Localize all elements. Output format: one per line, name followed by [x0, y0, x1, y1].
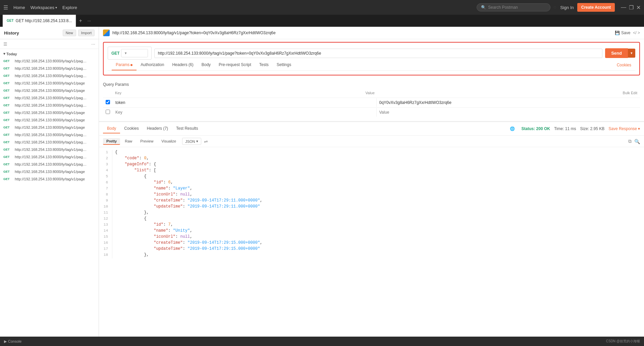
nav-explore[interactable]: Explore [62, 5, 77, 10]
res-tab-test-results[interactable]: Test Results [172, 124, 202, 133]
tab-more-button[interactable]: ··· [85, 18, 94, 23]
tab-settings[interactable]: Settings [273, 60, 295, 70]
list-item[interactable]: GEThttp://192.168.254.133:8000/ly/tag/v1… [0, 79, 99, 87]
wrap-icon[interactable]: ⇌ [204, 139, 208, 144]
tab-headers[interactable]: Headers (6) [168, 60, 197, 70]
hamburger-icon[interactable]: ☰ [3, 4, 8, 11]
method-badge: GET [3, 126, 13, 129]
nav-workspaces[interactable]: Workspaces ▾ [31, 5, 57, 10]
tab-authorization[interactable]: Authorization [137, 60, 168, 70]
line-content: { [115, 150, 117, 156]
copy-response-button[interactable]: ⧉ [628, 138, 632, 144]
line-content: { [115, 216, 147, 222]
line-number: 3 [99, 162, 112, 168]
sidebar-item-url: http://192.168.254.133:8000/ly/tag/v1/pa… [15, 103, 89, 107]
table-row: 4 "list": [ [99, 168, 644, 174]
list-item[interactable]: GEThttp://192.168.254.133:8000/ly/tag/v1… [0, 138, 99, 146]
settings-icon[interactable]: ⚙ [553, 5, 557, 10]
sidebar-item-url: http://192.168.254.133:8000/ly/tag/v1/pa… [15, 177, 85, 181]
param-key-empty[interactable] [113, 108, 377, 117]
list-item[interactable]: GEThttp://192.168.254.133:8000/ly/tag/v1… [0, 94, 99, 102]
table-row: 18 }, [99, 252, 644, 258]
list-item[interactable]: GEThttp://192.168.254.133:8000/ly/tag/v1… [0, 168, 99, 175]
list-item[interactable]: GEThttp://192.168.254.133:8000/ly/tag/v1… [0, 65, 99, 72]
sidebar-more-icon[interactable]: ··· [91, 41, 95, 47]
request-tab[interactable]: GET GET http://192.168.254.133:8... [3, 15, 76, 27]
list-item[interactable]: GEThttp://192.168.254.133:8000/ly/tag/v1… [0, 116, 99, 124]
list-item[interactable]: GEThttp://192.168.254.133:8000/ly/tag/v1… [0, 102, 99, 109]
format-tab-visualize[interactable]: Visualize [158, 138, 179, 145]
add-tab-button[interactable]: + [76, 18, 85, 24]
console-button[interactable]: ▶ Console [4, 339, 21, 344]
search-input[interactable] [488, 5, 538, 10]
sidebar-item-url: http://192.168.254.133:8000/ly/tag/v1/pa… [15, 96, 89, 100]
tab-body[interactable]: Body [198, 60, 215, 70]
param-row-token [103, 98, 640, 107]
code-button[interactable]: </ > [633, 31, 640, 35]
response-body-toolbar: Pretty Raw Preview Visualize JSON ▾ ⇌ ⧉ … [99, 136, 644, 147]
list-item[interactable]: GEThttp://192.168.254.133:8000/ly/tag/v1… [0, 146, 99, 153]
sign-in-button[interactable]: Sign In [560, 5, 574, 10]
param-value-empty[interactable] [377, 108, 640, 117]
table-row: 1{ [99, 150, 644, 156]
save-response-chevron-icon: ▾ [638, 126, 640, 131]
line-number: 7 [99, 186, 112, 192]
save-button[interactable]: 💾 Save [615, 31, 630, 35]
tab-tests[interactable]: Tests [255, 60, 273, 70]
method-selector[interactable]: GET ▾ [108, 47, 152, 60]
url-input[interactable] [154, 49, 603, 58]
save-response-button[interactable]: Save Response ▾ [608, 126, 640, 131]
send-button-group: Send ▾ [605, 48, 635, 58]
nav-home[interactable]: Home [13, 5, 25, 10]
list-item[interactable]: GEThttp://192.168.254.133:8000/ly/tag/v1… [0, 153, 99, 161]
params-value-header: Value [363, 90, 613, 96]
search-bar[interactable]: 🔍 [477, 3, 550, 11]
list-item[interactable]: GEThttp://192.168.254.133:8000/ly/tag/v1… [0, 57, 99, 65]
method-badge: GET [3, 104, 13, 107]
search-response-button[interactable]: 🔍 [634, 138, 640, 144]
list-item[interactable]: GEThttp://192.168.254.133:8000/ly/tag/v1… [0, 109, 99, 116]
table-row: 6 "id": 6, [99, 180, 644, 186]
new-button[interactable]: New [63, 30, 76, 36]
create-account-button[interactable]: Create Account [577, 3, 615, 12]
table-row: 16 "createTime": "2019-09-14T17:29:15.00… [99, 240, 644, 246]
param-value-token[interactable] [377, 98, 640, 107]
res-tab-cookies[interactable]: Cookies [120, 124, 143, 133]
list-item[interactable]: GEThttp://192.168.254.133:8000/ly/tag/v1… [0, 161, 99, 168]
table-row: 5 { [99, 174, 644, 180]
line-number: 2 [99, 156, 112, 162]
json-format-selector[interactable]: JSON ▾ [182, 138, 201, 145]
sidebar-item-url: http://192.168.254.133:8000/ly/tag/v1/pa… [15, 59, 89, 63]
bulk-edit-button[interactable]: Bulk Edit [613, 90, 640, 96]
tab-params[interactable]: Params [112, 60, 137, 70]
format-tab-preview[interactable]: Preview [137, 138, 157, 145]
status-badge: Status: 200 OK [522, 126, 550, 131]
format-tab-pretty[interactable]: Pretty [103, 138, 120, 145]
param-checkbox-token[interactable] [106, 100, 110, 104]
format-tab-raw[interactable]: Raw [121, 138, 136, 145]
maximize-button[interactable]: ❐ [629, 4, 634, 11]
list-item[interactable]: GEThttp://192.168.254.133:8000/ly/tag/v1… [0, 175, 99, 183]
param-checkbox-empty[interactable] [106, 110, 110, 114]
minimize-button[interactable]: — [621, 4, 626, 10]
chevron-down-icon: ▾ [3, 52, 5, 56]
list-item[interactable]: GEThttp://192.168.254.133:8000/ly/tag/v1… [0, 72, 99, 79]
line-content: "updateTime": "2019-09-14T17:29:15.000+0… [115, 246, 260, 252]
close-button[interactable]: ✕ [636, 4, 641, 11]
cookies-link[interactable]: Cookies [617, 63, 631, 67]
send-dropdown-button[interactable]: ▾ [628, 49, 635, 58]
params-dot [130, 64, 132, 66]
content-area: http://192.168.254.133:8000/ly/tag/v1/pa… [99, 27, 644, 346]
tab-pre-request[interactable]: Pre-request Script [215, 60, 255, 70]
list-item[interactable]: GEThttp://192.168.254.133:8000/ly/tag/v1… [0, 124, 99, 131]
import-button[interactable]: Import [78, 30, 95, 36]
list-item[interactable]: GEThttp://192.168.254.133:8000/ly/tag/v1… [0, 87, 99, 94]
param-check-empty[interactable] [103, 108, 113, 117]
param-key-token[interactable] [113, 98, 377, 107]
res-tab-headers[interactable]: Headers (7) [143, 124, 172, 133]
send-button[interactable]: Send [605, 48, 628, 58]
list-item[interactable]: GEThttp://192.168.254.133:8000/ly/tag/v1… [0, 131, 99, 138]
res-tab-body[interactable]: Body [103, 124, 120, 133]
param-check-token[interactable] [103, 98, 113, 107]
line-number: 13 [99, 222, 112, 228]
